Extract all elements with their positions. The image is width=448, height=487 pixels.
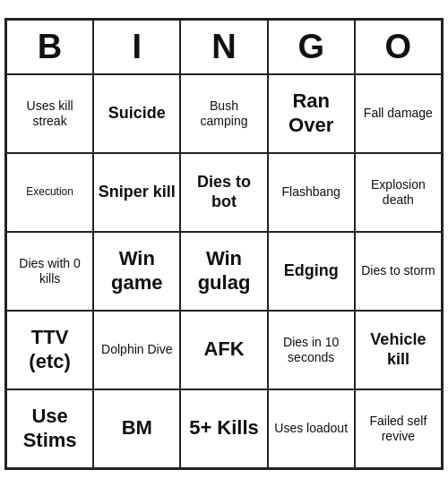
header-o: O — [355, 20, 442, 74]
bingo-card: B I N G O Uses kill streakSuicideBush ca… — [4, 18, 444, 470]
bingo-cell[interactable]: Suicide — [93, 74, 180, 153]
bingo-cell[interactable]: Dies to storm — [355, 232, 442, 311]
bingo-cell[interactable]: AFK — [180, 311, 267, 389]
bingo-cell[interactable]: Dies in 10 seconds — [268, 311, 355, 389]
bingo-cell[interactable]: Flashbang — [268, 153, 355, 232]
bingo-cell[interactable]: 5+ Kills — [180, 389, 267, 468]
bingo-grid: Uses kill streakSuicideBush campingRan O… — [6, 74, 442, 468]
bingo-cell[interactable]: Fall damage — [355, 74, 442, 153]
bingo-cell[interactable]: Execution — [6, 153, 93, 232]
bingo-cell[interactable]: Dies with 0 kills — [6, 232, 93, 311]
bingo-cell[interactable]: Edging — [268, 232, 355, 311]
bingo-cell[interactable]: Ran Over — [268, 74, 355, 153]
bingo-cell[interactable]: Bush camping — [180, 74, 267, 153]
bingo-cell[interactable]: Explosion death — [355, 153, 442, 232]
bingo-cell[interactable]: Uses kill streak — [6, 74, 93, 153]
bingo-cell[interactable]: Dies to bot — [180, 153, 267, 232]
bingo-cell[interactable]: Win game — [93, 232, 180, 311]
header-n: N — [180, 20, 267, 74]
bingo-cell[interactable]: Uses loadout — [268, 389, 355, 468]
bingo-header: B I N G O — [6, 20, 442, 74]
bingo-cell[interactable]: TTV (etc) — [6, 311, 93, 389]
header-g: G — [268, 20, 355, 74]
bingo-cell[interactable]: Vehicle kill — [355, 311, 442, 389]
bingo-cell[interactable]: Use Stims — [6, 389, 93, 468]
bingo-cell[interactable]: Win gulag — [180, 232, 267, 311]
bingo-cell[interactable]: Failed self revive — [355, 389, 442, 468]
bingo-cell[interactable]: BM — [93, 389, 180, 468]
header-b: B — [6, 20, 93, 74]
bingo-cell[interactable]: Dolphin Dive — [93, 311, 180, 389]
bingo-cell[interactable]: Sniper kill — [93, 153, 180, 232]
header-i: I — [93, 20, 180, 74]
